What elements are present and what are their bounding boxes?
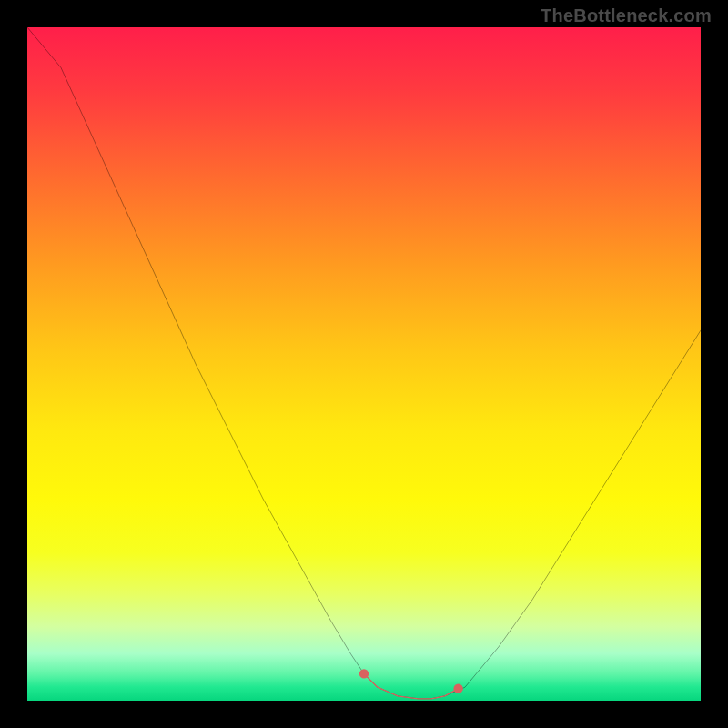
highlight-start-dot (359, 669, 369, 678)
highlight-end-dot (453, 684, 462, 693)
plot-area (27, 27, 701, 701)
curve-layer (27, 27, 701, 701)
bottleneck-curve (27, 27, 701, 699)
watermark-text: TheBottleneck.com (541, 5, 712, 26)
optimal-highlight (364, 673, 459, 698)
chart-frame: TheBottleneck.com (0, 0, 728, 728)
